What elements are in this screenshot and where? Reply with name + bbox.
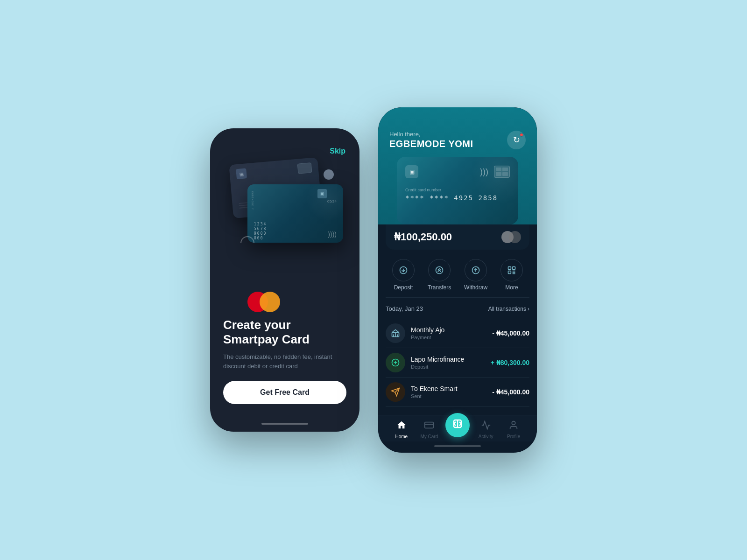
card-number-label: Credit card number [405,188,510,192]
tx-name-3: To Ekene Smart [411,385,486,392]
deposit-action[interactable]: Deposit [392,259,415,291]
tx-name-2: Lapo Microfinance [411,356,485,363]
withdraw-label: Withdraw [464,284,487,291]
chip-cell-3 [496,172,501,176]
transfers-label: Transfers [428,284,451,291]
tx-amount-3: - ₦45,000.00 [492,388,529,396]
nav-home[interactable]: Home [390,420,413,439]
tx-type-1: Payment [411,335,486,340]
all-transactions-link[interactable]: All transactions › [488,306,529,312]
card-widget-logo [405,165,418,178]
transaction-item: To Ekene Smart Sent - ₦45,000.00 [386,378,529,407]
card-number: **** **** 4925 2858 [405,194,510,202]
tx-amount-1: - ₦45,000.00 [492,329,529,337]
chevron-right-icon: › [528,306,529,312]
card-promo-desc: The customizable, no hidden fee, instant… [223,352,346,371]
home-nav-label: Home [395,434,408,439]
tx-info-1: Monthly Ajo Payment [411,326,486,340]
notification-button[interactable]: ↻ [507,131,526,149]
card-balance: ₦100,250.00 [394,231,452,243]
card-nav-icon [424,420,434,433]
card-front-logo [317,189,327,198]
bell-icon: ↻ [513,135,520,145]
phone-left: Skip EGBEMODE Y 123 [210,128,359,432]
phone-right: Hello there, EGBEMODE YOMI ↻ ))) [378,107,537,453]
nav-profile[interactable]: Profile [502,420,525,439]
nav-swap-button[interactable] [445,413,470,437]
credit-card-widget: ))) Credit card number **** **** 4925 28… [397,157,518,224]
withdraw-action[interactable]: Withdraw [464,259,487,291]
more-label: More [505,284,518,291]
mc-circle-yellow [260,292,280,312]
deposit-label: Deposit [394,284,413,291]
transaction-date: Today, Jan 23 [386,305,423,312]
mastercard-widget [501,231,521,243]
profile-nav-icon [508,420,519,433]
card-back-chip [297,162,312,174]
tx-amount-2: + ₦80,300.00 [491,359,529,366]
transfers-action[interactable]: Transfers [428,259,451,291]
card-front: EGBEMODE Y 1234 5678 9000 000 )))) 05/24 [247,184,343,243]
tx-name-1: Monthly Ajo [411,326,486,334]
transactions-header: Today, Jan 23 All transactions › [386,305,529,312]
bottom-navigation: Home My Card [378,415,537,441]
activity-nav-label: Activity [479,434,493,439]
card-widget-top: ))) [405,165,510,178]
notification-dot [520,133,523,137]
card-nfc-symbol: ))) [480,167,488,177]
transaction-item: Lapo Microfinance Deposit + ₦80,300.00 [386,348,529,378]
chip-cell-2 [502,168,508,171]
tx-type-3: Sent [411,393,486,399]
right-phone-header: Hello there, EGBEMODE YOMI ↻ ))) [378,107,537,224]
transfers-icon [428,259,451,281]
chip-cell-1 [496,168,501,171]
transaction-item: Monthly Ajo Payment - ₦45,000.00 [386,319,529,348]
withdraw-icon [465,259,487,281]
swap-icon [452,418,463,432]
tx-info-2: Lapo Microfinance Deposit [411,356,485,370]
quick-actions-row: Deposit Transfers [378,250,537,297]
mycard-nav-label: My Card [420,434,438,439]
card-back-logo [236,168,247,179]
mastercard-logo [247,292,280,312]
card-number-row3: 9000 [254,231,267,236]
user-greeting-block: Hello there, EGBEMODE YOMI [389,131,473,149]
transactions-section: Today, Jan 23 All transactions › [378,298,537,415]
deposit-icon [392,259,415,281]
more-icon [500,259,523,281]
tx-info-3: To Ekene Smart Sent [411,385,486,399]
profile-nav-label: Profile [507,434,520,439]
card-number-row1: 1234 [254,222,267,226]
nav-mycard[interactable]: My Card [417,420,441,439]
phone-left-content: Create your Smartpay Card The customizab… [210,308,359,418]
home-indicator-right [434,445,481,447]
home-nav-icon [396,420,407,433]
card-vertical-text: EGBEMODE Y [251,191,254,210]
card-widget-right-icons: ))) [480,166,510,178]
get-free-card-button[interactable]: Get Free Card [223,381,346,404]
card-number-row4: 000 [254,236,263,240]
greeting-text: Hello there, [389,131,473,138]
skip-button[interactable]: Skip [330,147,345,155]
card-balance-section: ₦100,250.00 [386,224,529,250]
home-indicator-left [261,423,308,425]
tx-type-2: Deposit [411,364,485,370]
header-top-row: Hello there, EGBEMODE YOMI ↻ [389,131,526,149]
user-name: EGBEMODE YOMI [389,139,473,149]
card-number-row2: 5678 [254,227,267,231]
svg-rect-3 [508,267,511,270]
svg-rect-4 [513,267,515,270]
card-chip [494,166,510,178]
dot-indicator [324,169,334,180]
chip-cell-4 [502,172,508,176]
svg-point-22 [512,421,515,425]
svg-rect-5 [508,271,511,274]
tx-bank-icon [386,323,405,343]
activity-nav-icon [481,420,491,433]
card-promo-title: Create your Smartpay Card [223,318,346,347]
phones-container: Skip EGBEMODE Y 123 [210,107,537,453]
more-action[interactable]: More [500,259,523,291]
mc-widget-circle2 [509,231,521,243]
nav-activity[interactable]: Activity [474,420,498,439]
tx-deposit-icon [386,353,405,372]
